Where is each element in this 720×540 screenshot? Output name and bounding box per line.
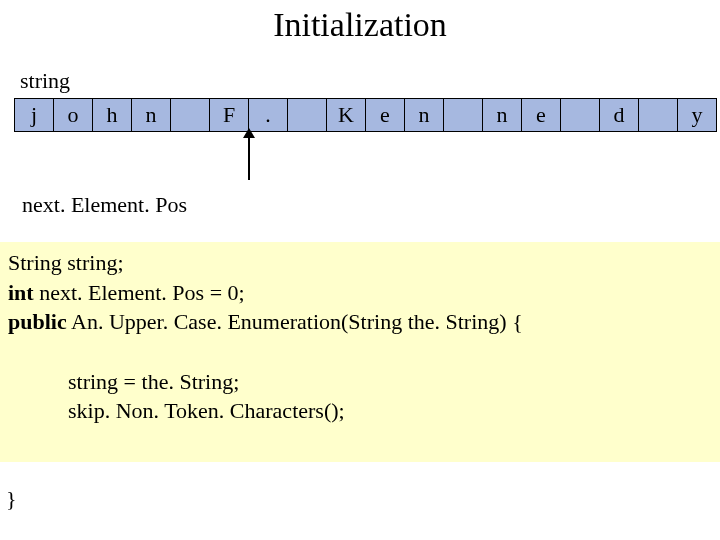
pointer-arrow-icon — [248, 136, 250, 180]
cell: n — [131, 98, 171, 132]
next-element-pos-label: next. Element. Pos — [22, 192, 187, 218]
cell: e — [521, 98, 561, 132]
slide: Initialization string j o h n F . K e n … — [0, 0, 720, 540]
cell — [170, 98, 210, 132]
cell: o — [53, 98, 93, 132]
code-line: public An. Upper. Case. Enumeration(Stri… — [8, 307, 712, 337]
cell — [638, 98, 678, 132]
cell: y — [677, 98, 717, 132]
slide-title: Initialization — [0, 6, 720, 44]
cell: K — [326, 98, 366, 132]
cell — [560, 98, 600, 132]
char-array: j o h n F . K e n n e d y — [14, 98, 717, 132]
cell: n — [482, 98, 522, 132]
cell: . — [248, 98, 288, 132]
cell: h — [92, 98, 132, 132]
code-text: next. Element. Pos = 0; — [34, 280, 245, 305]
keyword: public — [8, 309, 67, 334]
cell: F — [209, 98, 249, 132]
code-block: String string; int next. Element. Pos = … — [0, 242, 720, 462]
keyword: int — [8, 280, 34, 305]
cell — [287, 98, 327, 132]
code-line: string = the. String; — [8, 367, 712, 397]
code-line — [8, 426, 712, 456]
code-line: int next. Element. Pos = 0; — [8, 278, 712, 308]
cell: j — [14, 98, 54, 132]
cell: e — [365, 98, 405, 132]
cell — [443, 98, 483, 132]
code-text: An. Upper. Case. Enumeration(String the.… — [67, 309, 523, 334]
cell: d — [599, 98, 639, 132]
string-label: string — [20, 68, 70, 94]
code-line: String string; — [8, 248, 712, 278]
code-close-brace: } — [6, 486, 17, 512]
cell: n — [404, 98, 444, 132]
code-line — [8, 337, 712, 367]
code-line: skip. Non. Token. Characters(); — [8, 396, 712, 426]
